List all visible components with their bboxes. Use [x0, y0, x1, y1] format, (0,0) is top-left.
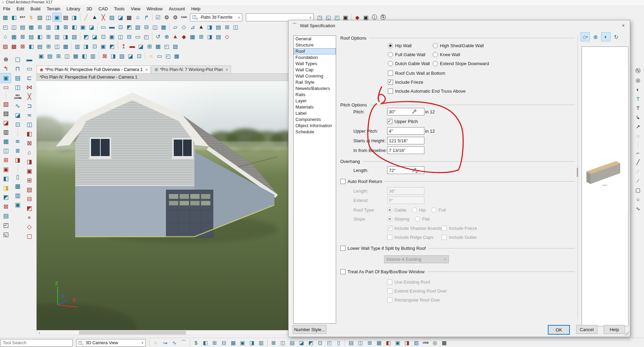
toolbar-icon[interactable]: ╱ [82, 13, 90, 21]
number-style-button[interactable]: Number Style... [293, 325, 326, 334]
toolbar-icon[interactable]: ◫ [1, 146, 11, 155]
sidebar-item-rails[interactable]: Rails [294, 92, 336, 98]
dialog-titlebar[interactable]: ⌒ Wall Specification [289, 20, 630, 31]
toolbar-icon[interactable]: ◆ [180, 32, 188, 41]
toolbar-icon[interactable]: ▯ [13, 172, 22, 182]
resize-grip[interactable] [625, 331, 629, 336]
toolbar-icon[interactable]: ▦ [154, 42, 162, 50]
toolbar-icon[interactable]: ▦ [159, 23, 168, 31]
toolbar-icon[interactable]: ↺ [154, 32, 162, 41]
toolbar-icon[interactable]: ∿ [13, 101, 22, 111]
toolbar-icon[interactable]: ▦ [27, 23, 36, 31]
toolbar-icon[interactable]: ◫ [10, 23, 18, 31]
toolbar-icon[interactable]: ▤ [27, 32, 36, 41]
toolbar-icon[interactable]: ⊡ [13, 120, 22, 129]
toolbar-icon[interactable]: ▣ [24, 166, 34, 176]
toolbar-icon[interactable]: ▤ [288, 338, 297, 347]
toolbar-icon[interactable]: ⊐ [24, 101, 34, 111]
toolbar-icon[interactable]: USB [421, 338, 430, 347]
toolbar-icon[interactable]: ☑ [154, 13, 162, 21]
toolbar-icon[interactable]: ⊞ [145, 42, 154, 50]
toolbar-icon[interactable]: ⊠ [18, 42, 27, 50]
toolbar-icon[interactable]: ▥ [89, 52, 97, 60]
toolbar-icon[interactable]: ⊕ [1, 55, 11, 64]
menu-item-terrain[interactable]: Terrain [43, 6, 63, 12]
toolbar-icon[interactable]: ▦ [172, 52, 181, 60]
object-preview[interactable] [582, 47, 628, 326]
toolbar-icon[interactable]: ◧ [70, 23, 79, 31]
toolbar-icon[interactable]: ◨ [70, 13, 79, 21]
toolbar-icon[interactable]: ⊞ [1, 155, 11, 165]
toolbar-icon[interactable]: ▦ [229, 338, 238, 347]
menu-item-account[interactable]: Account [165, 6, 188, 12]
toolbar-icon[interactable]: ◱ [1, 230, 11, 239]
toolbar-icon[interactable]: ▣ [393, 338, 402, 347]
toolbar-icon[interactable]: ◩ [306, 338, 315, 347]
toolbar-icon[interactable]: ▤ [46, 52, 54, 60]
toolbar-icon[interactable]: ∿ [170, 338, 179, 347]
toolbar-icon[interactable]: ⚙ [171, 13, 180, 21]
radio-hip-wall[interactable]: Hip Wall [388, 43, 433, 48]
toolbar-icon[interactable]: ▨ [1, 109, 11, 118]
toolbar-icon[interactable]: T [633, 103, 643, 113]
toolbar-icon[interactable]: Ⓝ [633, 66, 643, 75]
view-mode-combobox[interactable]: ◫L 3D Camera View ∨ [76, 339, 146, 347]
toolbar-icon[interactable]: ▬ [128, 42, 137, 50]
help-button[interactable]: Help [604, 325, 625, 334]
toolbar-icon[interactable]: ◩ [125, 23, 133, 31]
toolbar-icon[interactable]: ◫ [13, 83, 22, 92]
toolbar-icon[interactable]: ▣ [238, 338, 247, 347]
toolbar-icon[interactable]: ↯ [27, 13, 36, 21]
toolbar-icon[interactable]: ⌒ [179, 338, 188, 347]
menu-item-view[interactable]: View [128, 6, 143, 12]
toolbar-icon[interactable]: ▲ [90, 13, 99, 21]
menu-item-build[interactable]: Build [27, 6, 43, 12]
preview-mode-icon[interactable]: ⌂▾ [581, 33, 590, 41]
toolbar-icon[interactable]: ▣ [53, 13, 61, 21]
toolbar-icon[interactable]: ◪ [87, 23, 96, 31]
toolbar-icon[interactable]: ↱ [142, 13, 151, 21]
toolbar-icon[interactable]: ◫ [53, 42, 61, 50]
toolbar-icon[interactable]: ↥ [119, 42, 128, 50]
toolbar-icon[interactable]: ◫ [63, 52, 71, 60]
toolbar-icon[interactable]: ◧ [36, 32, 44, 41]
close-icon[interactable]: × [145, 68, 148, 72]
toolbar-icon[interactable]: ◨ [402, 338, 412, 347]
toolbar-icon[interactable]: ◪ [1, 118, 11, 127]
toolbar-icon[interactable]: ▭ [133, 32, 142, 41]
toolbar-icon[interactable]: ◰ [142, 32, 151, 41]
color-toggle-icon[interactable]: ◐ [602, 33, 610, 41]
toolbar-icon[interactable]: ↝ [160, 338, 170, 347]
toolbar-icon[interactable]: ◧ [384, 338, 393, 347]
radio-extend-slope-downward[interactable]: Extend Slope Downward [433, 61, 489, 66]
radio-dutch-gable-wall[interactable]: Dutch Gable Wall [388, 61, 433, 66]
toolbar-icon[interactable]: ◰ [1, 221, 11, 230]
toolbar-icon[interactable]: ▤ [18, 23, 27, 31]
toolbar-icon[interactable]: ▥ [73, 42, 82, 50]
tab-working-plot-plan[interactable]: ⊞ *Pro Plan-N: 7 Working-Plot Plan × [151, 65, 231, 73]
toolbar-icon[interactable]: ◫ [356, 338, 365, 347]
ok-button[interactable]: OK [548, 325, 570, 335]
toolbar-icon[interactable]: ⊠ [269, 338, 278, 347]
toolbar-icon[interactable]: ▯ [334, 338, 343, 347]
toolbar-icon[interactable]: ▤ [61, 13, 70, 21]
toolbar-icon[interactable]: ▤ [214, 32, 223, 41]
scroll-left-icon[interactable]: ‹ [37, 330, 42, 335]
toolbar-icon[interactable]: ◨ [205, 23, 214, 31]
toolbar-icon[interactable]: ◫ [231, 23, 240, 31]
toolbar-icon[interactable]: ▧ [171, 42, 180, 50]
tool-search-input[interactable] [0, 339, 73, 347]
toolbar-icon[interactable]: ∕ [633, 167, 643, 176]
toolbar-icon[interactable]: ⊞ [54, 52, 63, 60]
toolbar-icon[interactable]: ⊞ [44, 42, 53, 50]
toolbar-icon[interactable]: ⊟ [219, 338, 229, 347]
toolbar-icon[interactable]: CAD [180, 13, 188, 21]
toolbar-icon[interactable]: ⊞ [197, 32, 205, 41]
menu-item-library[interactable]: Library [63, 6, 83, 12]
sidebar-item-general[interactable]: General [294, 36, 336, 42]
3d-viewport[interactable]: Z X Y [37, 81, 288, 330]
toolbar-icon[interactable]: ⊞ [44, 32, 53, 41]
sidebar-item-components[interactable]: Components [294, 116, 336, 123]
sidebar-item-roof[interactable]: Roof [294, 48, 336, 54]
toolbar-icon[interactable]: × [24, 213, 34, 222]
